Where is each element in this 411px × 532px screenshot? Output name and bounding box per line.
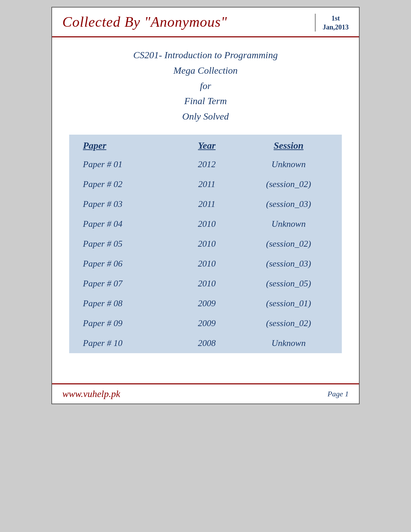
table-row: Paper # 102008Unknown: [69, 333, 342, 353]
table-row: Paper # 092009(session_02): [69, 313, 342, 333]
cell-session: Unknown: [235, 333, 342, 353]
cell-session: Unknown: [235, 154, 342, 174]
cell-paper: Paper # 10: [69, 333, 178, 353]
col-header-paper: Paper: [69, 135, 178, 154]
footer-page-label: Page 1: [327, 389, 349, 398]
cell-paper: Paper # 08: [69, 294, 178, 313]
cell-paper: Paper # 01: [69, 154, 178, 174]
cell-year: 2010: [178, 234, 235, 254]
main-content: CS201- Introduction to Programming Mega …: [52, 37, 359, 383]
subtitle-line-2: Mega Collection: [133, 63, 278, 78]
page: Collected By "Anonymous" 1st Jan,2013 CS…: [51, 7, 360, 404]
table-row: Paper # 062010(session_03): [69, 254, 342, 274]
cell-session: (session_02): [235, 234, 342, 254]
subtitle-line-4: Final Term: [133, 94, 278, 109]
table-row: Paper # 042010Unknown: [69, 214, 342, 234]
cell-session: (session_03): [235, 194, 342, 214]
cell-session: (session_05): [235, 274, 342, 294]
table-row: Paper # 032011(session_03): [69, 194, 342, 214]
col-header-year: Year: [178, 135, 235, 154]
papers-table: Paper Year Session Paper # 012012Unknown…: [69, 135, 342, 353]
footer-website: www.vuhelp.pk: [62, 388, 120, 399]
footer: www.vuhelp.pk Page 1: [52, 383, 359, 404]
cell-year: 2012: [178, 154, 235, 174]
table-row: Paper # 022011(session_02): [69, 174, 342, 194]
cell-year: 2010: [178, 214, 235, 234]
cell-session: (session_02): [235, 313, 342, 333]
table-row: Paper # 072010(session_05): [69, 274, 342, 294]
table-row: Paper # 012012Unknown: [69, 154, 342, 174]
cell-session: (session_02): [235, 174, 342, 194]
cell-year: 2008: [178, 333, 235, 353]
cell-year: 2011: [178, 194, 235, 214]
cell-paper: Paper # 04: [69, 214, 178, 234]
header: Collected By "Anonymous" 1st Jan,2013: [52, 8, 359, 37]
cell-paper: Paper # 07: [69, 274, 178, 294]
header-date: 1st Jan,2013: [323, 14, 349, 32]
table-header-row: Paper Year Session: [69, 135, 342, 154]
cell-year: 2010: [178, 254, 235, 274]
table-row: Paper # 082009(session_01): [69, 294, 342, 313]
cell-paper: Paper # 09: [69, 313, 178, 333]
cell-session: (session_03): [235, 254, 342, 274]
col-header-session: Session: [235, 135, 342, 154]
cell-paper: Paper # 06: [69, 254, 178, 274]
subtitle-line-1: CS201- Introduction to Programming: [133, 48, 278, 63]
subtitle-block: CS201- Introduction to Programming Mega …: [133, 48, 278, 124]
cell-year: 2009: [178, 294, 235, 313]
cell-paper: Paper # 03: [69, 194, 178, 214]
cell-paper: Paper # 02: [69, 174, 178, 194]
subtitle-line-3: for: [133, 78, 278, 94]
header-divider: [315, 14, 316, 32]
cell-paper: Paper # 05: [69, 234, 178, 254]
cell-year: 2011: [178, 174, 235, 194]
cell-year: 2010: [178, 274, 235, 294]
header-title: Collected By "Anonymous": [62, 14, 308, 32]
cell-session: Unknown: [235, 214, 342, 234]
subtitle-line-5: Only Solved: [133, 109, 278, 124]
table-row: Paper # 052010(session_02): [69, 234, 342, 254]
cell-session: (session_01): [235, 294, 342, 313]
cell-year: 2009: [178, 313, 235, 333]
